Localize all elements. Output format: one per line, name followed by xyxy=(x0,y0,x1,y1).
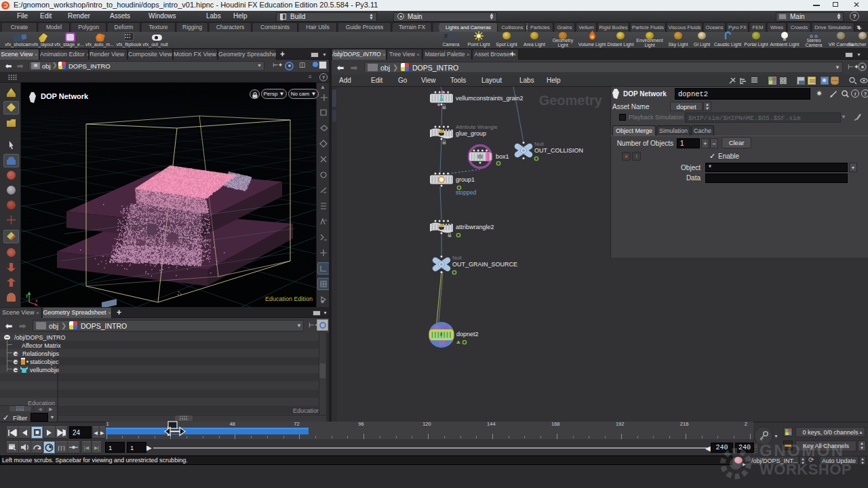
svg-text:Education Edition: Education Edition xyxy=(265,296,313,302)
svg-text:Null: Null xyxy=(534,141,544,147)
svg-text:Geometry: Geometry xyxy=(539,93,603,108)
svg-text:glue_group: glue_group xyxy=(456,130,486,137)
svg-text:x: x xyxy=(35,298,38,303)
svg-text:GNOMON: GNOMON xyxy=(760,441,845,460)
svg-text:THE: THE xyxy=(753,443,759,454)
svg-text:box1: box1 xyxy=(496,153,509,160)
svg-text:group1: group1 xyxy=(456,176,475,183)
svg-text:WORKSHOP: WORKSHOP xyxy=(760,461,852,478)
svg-text:dopnet2: dopnet2 xyxy=(456,331,479,338)
svg-text:stopped: stopped xyxy=(456,189,477,196)
svg-text:vellumconstraints_grain2: vellumconstraints_grain2 xyxy=(456,95,524,102)
svg-text:Null: Null xyxy=(452,255,462,261)
svg-text:y: y xyxy=(26,293,28,298)
svg-text:attribwrangle2: attribwrangle2 xyxy=(456,224,494,230)
svg-text:OUT_COLLISION: OUT_COLLISION xyxy=(534,147,583,154)
svg-text:OUT_GRAIN_SOURCE: OUT_GRAIN_SOURCE xyxy=(452,261,517,268)
svg-text:Attribute Wrangle: Attribute Wrangle xyxy=(456,124,498,130)
